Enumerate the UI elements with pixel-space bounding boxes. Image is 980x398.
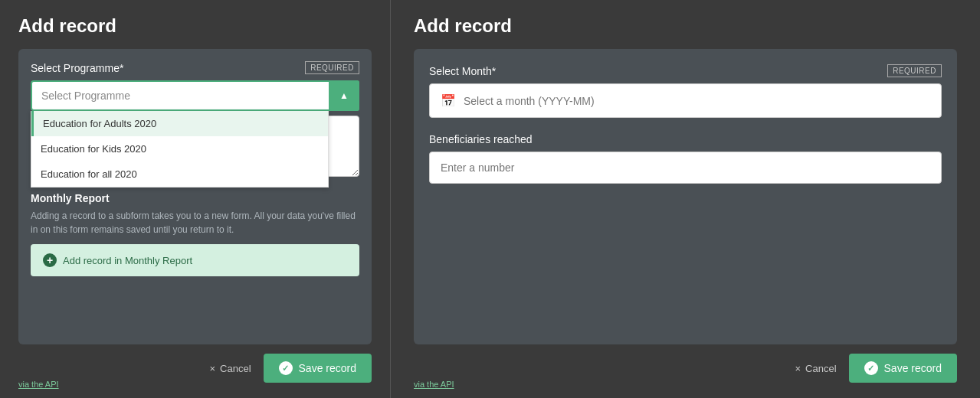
save-check-icon: ✓	[279, 361, 293, 375]
required-badge-month: REQUIRED	[887, 64, 942, 77]
dropdown-item-0[interactable]: Education for Adults 2020	[31, 111, 328, 136]
monthly-report-title: Monthly Report	[31, 192, 359, 204]
left-action-row: × Cancel ✓ Save record	[18, 354, 372, 383]
left-form-card: Select Programme* REQUIRED Select Progra…	[18, 49, 372, 344]
plus-circle-icon: +	[43, 253, 57, 267]
monthly-report-section: Monthly Report Adding a record to a subf…	[31, 192, 359, 276]
arrow-up-icon: ▲	[339, 90, 349, 101]
dropdown-item-2[interactable]: Education for all 2020	[31, 161, 328, 187]
add-record-btn-label: Add record in Monthly Report	[63, 255, 192, 266]
left-cancel-button[interactable]: × Cancel	[209, 363, 251, 374]
right-panel: Add record Select Month* REQUIRED 📅 Bene…	[391, 0, 980, 398]
right-panel-title: Add record	[414, 15, 957, 37]
add-record-monthly-report-button[interactable]: + Add record in Monthly Report	[31, 244, 359, 276]
beneficiaries-field: Beneficiaries reached	[429, 133, 942, 184]
right-cancel-times-icon: ×	[795, 363, 801, 374]
right-form-card: Select Month* REQUIRED 📅 Beneficiaries r…	[414, 49, 957, 344]
left-save-button[interactable]: ✓ Save record	[264, 354, 372, 383]
select-arrow-icon[interactable]: ▲	[329, 80, 359, 111]
month-input-wrapper[interactable]: 📅	[429, 83, 942, 118]
right-save-button[interactable]: ✓ Save record	[849, 354, 957, 383]
cancel-times-icon: ×	[209, 363, 215, 374]
right-api-link[interactable]: via the API	[414, 380, 454, 389]
dropdown-list: Education for Adults 2020 Education for …	[31, 111, 329, 188]
monthly-report-desc: Adding a record to a subform takes you t…	[31, 209, 359, 237]
field-header: Select Programme* REQUIRED	[31, 61, 359, 74]
required-badge-programme: REQUIRED	[305, 61, 359, 74]
beneficiaries-label: Beneficiaries reached	[429, 133, 942, 145]
left-panel: Add record Select Programme* REQUIRED Se…	[0, 0, 391, 398]
calendar-icon: 📅	[441, 93, 456, 108]
select-programme-label: Select Programme*	[31, 62, 123, 74]
left-panel-title: Add record	[18, 15, 372, 37]
month-input[interactable]	[464, 95, 930, 107]
dropdown-item-1[interactable]: Education for Kids 2020	[31, 136, 328, 161]
right-save-check-icon: ✓	[864, 361, 878, 375]
select-programme-wrapper[interactable]: Select Programme ▲ Education for Adults …	[31, 80, 359, 111]
select-month-label: Select Month*	[429, 65, 496, 77]
select-month-field: Select Month* REQUIRED 📅	[429, 64, 942, 118]
select-programme-input[interactable]: Select Programme	[31, 80, 359, 111]
right-action-row: × Cancel ✓ Save record	[414, 354, 957, 383]
select-programme-placeholder: Select Programme	[41, 90, 130, 102]
beneficiaries-input[interactable]	[429, 152, 942, 184]
month-field-header: Select Month* REQUIRED	[429, 64, 942, 77]
select-programme-field: Select Programme* REQUIRED Select Progra…	[31, 61, 359, 111]
right-cancel-button[interactable]: × Cancel	[795, 363, 836, 374]
left-api-link[interactable]: via the API	[18, 380, 59, 389]
